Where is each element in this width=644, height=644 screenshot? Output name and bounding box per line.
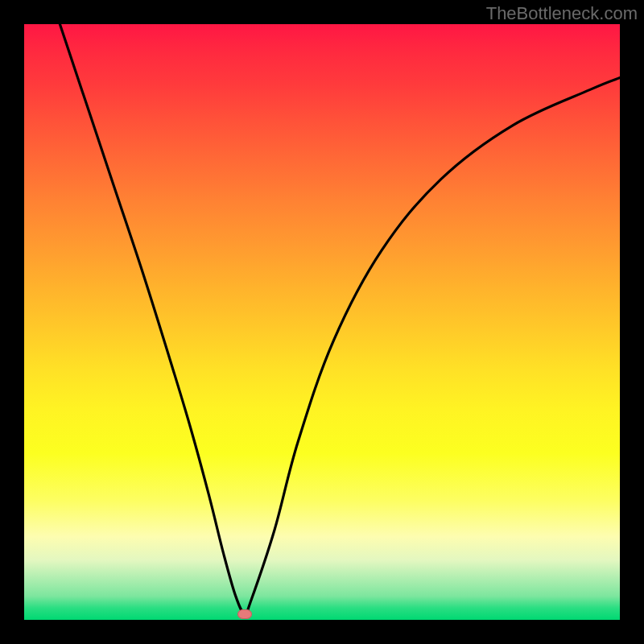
watermark-text: TheBottleneck.com (486, 3, 638, 24)
optimum-marker (237, 609, 252, 619)
bottleneck-curve (24, 24, 620, 620)
curve-path (60, 24, 620, 615)
chart-container: TheBottleneck.com (0, 0, 644, 644)
plot-area (24, 24, 620, 620)
